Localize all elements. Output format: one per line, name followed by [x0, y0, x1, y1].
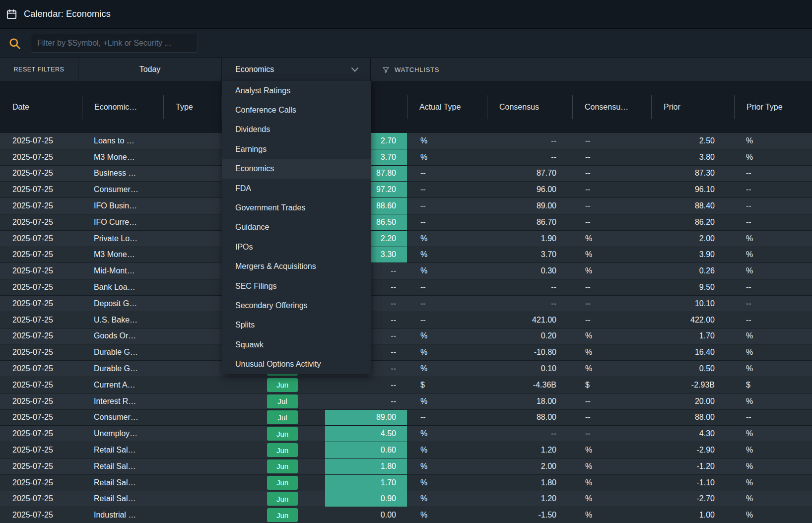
cell-consensus: -- — [487, 296, 572, 312]
table-row[interactable]: 2025-07-25 IFO Busin… 88.60 -- 89.00 -- … — [0, 198, 812, 214]
calendar-icon — [6, 8, 17, 20]
table-row[interactable]: 2025-07-25 Durable G… Jun -- % 0.10 % 0.… — [0, 361, 812, 377]
table-row[interactable]: 2025-07-25 Retail Sal… Jun 0.60 % 1.20 %… — [0, 442, 812, 458]
cell-consensus: 89.00 — [487, 198, 572, 214]
menu-item[interactable]: Unusual Options Activity — [222, 354, 371, 374]
cell-consensus-type: $ — [572, 377, 651, 393]
cell-prior: 86.20 — [651, 214, 734, 230]
header-consensus[interactable]: Consensus — [487, 81, 572, 133]
cell-prior: 9.50 — [651, 279, 734, 295]
table-row[interactable]: 2025-07-25 Retail Sal… Jun 1.80 % 2.00 %… — [0, 458, 812, 475]
cell-actual-type: -- — [407, 182, 487, 197]
cell-prior: 96.10 — [651, 182, 734, 197]
table-row[interactable]: 2025-07-25 Consumer… 97.20 -- 96.00 -- 9… — [0, 182, 812, 198]
table-row[interactable]: 2025-07-25 Loans to … 2.70 % -- -- 2.50 … — [0, 133, 812, 149]
table-row[interactable]: 2025-07-25 Current A… Jun -- $ -4.36B $ … — [0, 377, 812, 393]
menu-item[interactable]: Earnings — [222, 139, 371, 159]
cell-consensus-type: % — [572, 458, 651, 474]
menu-item[interactable]: Secondary Offerings — [222, 296, 371, 315]
cell-date: 2025-07-25 — [0, 263, 82, 279]
menu-item[interactable]: Splits — [222, 316, 371, 335]
cell-actual-type: % — [407, 426, 487, 442]
cell-consensus: 1.20 — [487, 442, 572, 458]
table-row[interactable]: 2025-07-25 Deposit G… -- -- -- -- 10.10 … — [0, 296, 812, 312]
menu-item-label: Earnings — [235, 145, 267, 154]
cell-actual: -- — [325, 377, 407, 393]
table-row[interactable]: 2025-07-25 Goods Or… -- % 0.20 % 1.70 % — [0, 328, 812, 345]
menu-item[interactable]: Government Trades — [222, 198, 371, 217]
menu-item[interactable]: Dividends — [222, 120, 371, 139]
table-row[interactable]: 2025-07-25 Interest R… Jul -- % 18.00 --… — [0, 393, 812, 410]
header-type[interactable]: Type — [163, 81, 221, 133]
cell-consensus-type: -- — [572, 296, 651, 312]
cell-prior-type: % — [734, 344, 812, 360]
menu-item[interactable]: IPOs — [222, 237, 371, 257]
menu-item[interactable]: Economics — [222, 159, 371, 179]
menu-item[interactable]: Guidance — [222, 218, 371, 237]
cell-type — [163, 263, 221, 279]
header-prior-type[interactable]: Prior Type — [734, 81, 812, 133]
today-button[interactable]: Today — [78, 58, 222, 81]
cell-consensus: 0.10 — [487, 361, 572, 377]
cell-type — [163, 393, 221, 409]
header-prior[interactable]: Prior — [651, 81, 734, 133]
cell-consensus-type: -- — [572, 149, 651, 165]
table-row[interactable]: 2025-07-25 Private Lo… 2.20 % 1.90 % 2.0… — [0, 231, 812, 247]
watchlists-button[interactable]: WATCHLISTS — [371, 58, 442, 81]
cell-event: IFO Curre… — [82, 214, 163, 230]
cell-type — [163, 296, 221, 312]
cell-date: 2025-07-25 — [0, 507, 82, 523]
cell-event: Consumer… — [82, 410, 163, 426]
cell-prior: -1.20 — [651, 458, 734, 474]
cell-date: 2025-07-25 — [0, 442, 82, 458]
title-bar: Calendar: Economics — [0, 0, 812, 29]
cell-date: 2025-07-25 — [0, 214, 82, 230]
cell-consensus: 0.30 — [487, 263, 572, 279]
reset-filters-button[interactable]: RESET FILTERS — [0, 58, 78, 81]
header-actual-type[interactable]: Actual Type — [407, 81, 487, 133]
table-row[interactable]: 2025-07-25 Mid-Mont… -- % 0.30 % 0.26 % — [0, 263, 812, 279]
menu-item[interactable]: FDA — [222, 179, 371, 198]
menu-item[interactable]: Squawk — [222, 335, 371, 354]
cell-prior-type: -- — [734, 279, 812, 295]
cell-consensus-type: % — [572, 231, 651, 247]
header-economic-event[interactable]: Economic… — [82, 81, 163, 133]
table-row[interactable]: 2025-07-25 IFO Curre… 86.50 -- 86.70 -- … — [0, 214, 812, 231]
cell-consensus: -1.50 — [487, 507, 572, 523]
table-row[interactable]: 2025-07-25 Industrial … Jun 0.00 % -1.50… — [0, 507, 812, 523]
cell-prior: 1.00 — [651, 507, 734, 523]
menu-item[interactable]: Conference Calls — [222, 100, 371, 120]
cell-prior-type: -- — [734, 410, 812, 426]
cell-event: Goods Or… — [82, 328, 163, 344]
header-date[interactable]: Date — [0, 81, 82, 133]
table-row[interactable]: 2025-07-25 Business … 87.80 -- 87.70 -- … — [0, 166, 812, 182]
table-row[interactable]: 2025-07-25 U.S. Bake… -- -- 421.00 -- 42… — [0, 312, 812, 328]
menu-item[interactable]: Mergers & Acquisitions — [222, 257, 371, 276]
table-row[interactable]: 2025-07-25 Durable G… -- % -10.80 % 16.4… — [0, 344, 812, 361]
cell-prior-type: % — [734, 507, 812, 523]
cell-event: Durable G… — [82, 361, 163, 377]
period-badge: Jun — [267, 459, 298, 473]
menu-item[interactable]: SEC Filings — [222, 276, 371, 296]
menu-item[interactable]: Analyst Ratings — [222, 81, 371, 100]
menu-item-label: IPOs — [235, 243, 253, 252]
table-header-row: Date Economic… Type Actual Type Consensu… — [0, 81, 812, 133]
table-row[interactable]: 2025-07-25 Unemploy… Jun 4.50 % -- -- 4.… — [0, 426, 812, 442]
table-row[interactable]: 2025-07-25 M3 Mone… 3.70 % -- -- 3.80 % — [0, 149, 812, 166]
search-input[interactable] — [31, 34, 198, 53]
cell-prior: 422.00 — [651, 312, 734, 328]
table-row[interactable]: 2025-07-25 Bank Loa… -- -- -- -- 9.50 -- — [0, 279, 812, 296]
table-row[interactable]: 2025-07-25 M3 Mone… 3.30 % 3.70 % 3.90 % — [0, 247, 812, 263]
cell-period: Jun — [221, 377, 325, 393]
header-consensus-type[interactable]: Consensu… — [572, 81, 651, 133]
cell-type — [163, 377, 221, 393]
category-select[interactable]: Economics — [222, 58, 371, 81]
cell-prior-type: % — [734, 491, 812, 507]
cell-date: 2025-07-25 — [0, 393, 82, 409]
cell-event: M3 Mone… — [82, 149, 163, 165]
table-row[interactable]: 2025-07-25 Retail Sal… Jun 0.90 % 1.20 %… — [0, 491, 812, 508]
cell-prior: 3.80 — [651, 149, 734, 165]
table-row[interactable]: 2025-07-25 Consumer… Jul 89.00 -- 88.00 … — [0, 410, 812, 426]
cell-consensus-type: % — [572, 442, 651, 458]
table-row[interactable]: 2025-07-25 Retail Sal… Jun 1.70 % 1.80 %… — [0, 475, 812, 491]
